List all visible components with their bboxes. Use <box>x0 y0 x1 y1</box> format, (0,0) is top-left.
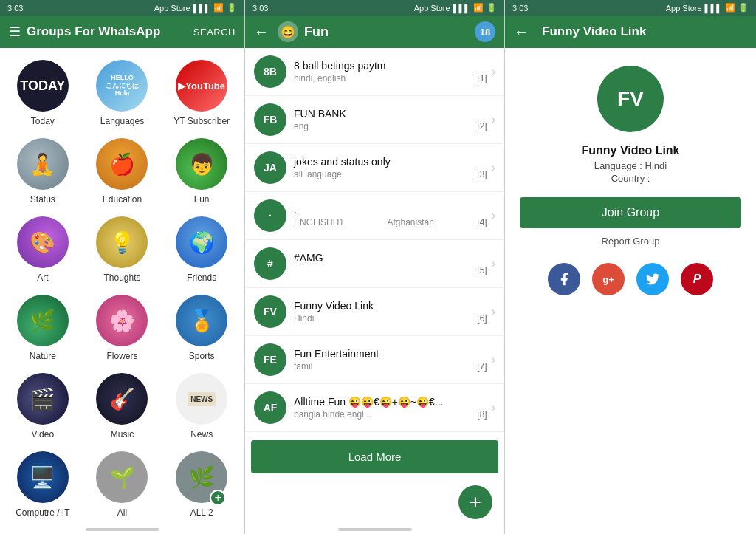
grid-label-flowers: Flowers <box>106 351 137 361</box>
grid-label-music: Music <box>111 429 134 439</box>
group-item-6[interactable]: FE Fun Entertainment tamil [7] › <box>245 336 504 384</box>
grid-item-friends[interactable]: 🌍 Friends <box>162 210 241 289</box>
lang-text: HELLOこんにちはHola <box>103 71 142 100</box>
time-1: 3:03 <box>7 4 23 13</box>
group-location-3: Afghanistan <box>387 217 433 227</box>
grid-item-music[interactable]: 🎸 Music <box>83 367 162 445</box>
group-name-1: FUN BANK <box>294 108 487 120</box>
chevron-5: › <box>492 305 495 318</box>
pinterest-icon[interactable]: P <box>681 263 713 295</box>
group-lang-3: ENGLISHH1 <box>294 217 344 227</box>
status-bar-2: 3:03 App Store ▌▌▌ 📶 🔋 <box>245 0 504 16</box>
group-info-2: jokes and status only all language [3] <box>294 156 487 179</box>
grid-item-video[interactable]: 🎬 Video <box>3 367 83 445</box>
group-item-1[interactable]: FB FUN BANK eng [2] › <box>245 96 504 144</box>
grid-item-art[interactable]: 🎨 Art <box>3 210 83 289</box>
fab-button-2[interactable]: + <box>458 485 492 519</box>
header-2: ← 😄 Fun 18 <box>245 16 504 48</box>
group-info-7: Alltime Fun 😜😜€😜+😜~😜€... bangla hinde en… <box>294 396 487 420</box>
grid-item-all2[interactable]: 🌿 + ALL 2 <box>162 445 241 524</box>
group-num-2: [3] <box>477 169 487 179</box>
group-lang-2: all language <box>294 169 342 179</box>
report-group-button[interactable]: Report Group <box>602 231 660 251</box>
group-lang-7: bangla hinde engl... <box>294 409 371 420</box>
group-name-0: 8 ball betings paytm <box>294 60 487 72</box>
grid-item-sports[interactable]: 🏅 Sports <box>162 289 241 367</box>
group-name-6: Fun Entertainment <box>294 348 487 360</box>
detail-language: Language : Hindi <box>594 160 667 171</box>
grid-item-computer[interactable]: 🖥️ Computre / IT <box>3 445 83 524</box>
chevron-2: › <box>492 161 495 174</box>
group-item-4[interactable]: # #AMG [5] › <box>245 240 504 288</box>
group-info-6: Fun Entertainment tamil [7] <box>294 348 487 372</box>
grid-item-today[interactable]: TODAY Today <box>3 54 83 132</box>
group-info-4: #AMG [5] <box>294 252 487 275</box>
wifi-icon-2: 📶 <box>473 3 484 13</box>
grid-label-computer: Computre / IT <box>16 507 69 518</box>
grid-item-thoughts[interactable]: 💡 Thoughts <box>83 210 162 289</box>
group-item-2[interactable]: JA jokes and status only all language [3… <box>245 144 504 192</box>
group-info-1: FUN BANK eng [2] <box>294 108 487 131</box>
circle-fun: 👦 <box>176 138 227 190</box>
group-avatar-3: · <box>254 199 286 232</box>
header-left-1: ☰ Groups For WhatsApp <box>9 24 160 40</box>
circle-yt: ▶YouTube <box>176 60 227 112</box>
group-item-5[interactable]: FV Funny Video Link Hindi [6] › <box>245 288 504 336</box>
store-label-2: App Store <box>414 4 450 13</box>
detail-content: FV Funny Video Link Language : Hindi Cou… <box>505 48 756 307</box>
grid-item-nature[interactable]: 🌿 Nature <box>3 289 83 367</box>
header-left-2: ← 😄 Fun <box>254 21 329 42</box>
circle-status: 🧘 <box>17 138 69 190</box>
grid-item-news[interactable]: NEWS News <box>162 367 241 445</box>
circle-music: 🎸 <box>96 373 148 425</box>
facebook-icon[interactable] <box>548 263 580 295</box>
battery-icon-3: 🔋 <box>738 3 749 13</box>
group-sub-6: tamil [7] <box>294 361 487 372</box>
group-item-3[interactable]: · . ENGLISHH1 Afghanistan [4] › <box>245 192 504 240</box>
gp-text: g+ <box>602 274 614 285</box>
grid-item-yt[interactable]: ▶YouTube YT Subscriber <box>162 54 241 132</box>
grid-label-education: Education <box>103 194 142 205</box>
group-avatar-0: 8B <box>254 55 286 88</box>
group-info-3: . ENGLISHH1 Afghanistan [4] <box>294 204 487 227</box>
back-icon-3[interactable]: ← <box>514 24 529 41</box>
twitter-icon[interactable] <box>636 263 669 295</box>
detail-avatar: FV <box>597 66 664 132</box>
googleplus-icon[interactable]: g+ <box>592 263 625 295</box>
grid-item-status[interactable]: 🧘 Status <box>3 132 83 210</box>
bottom-bar-2 <box>338 528 412 531</box>
signal-icon-1: ▌▌▌ <box>193 4 210 13</box>
signal-icon-2: ▌▌▌ <box>453 4 470 13</box>
thoughts-emoji: 💡 <box>109 230 135 255</box>
group-avatar-5: FV <box>254 295 286 328</box>
menu-icon[interactable]: ☰ <box>9 24 21 40</box>
yt-text: ▶YouTube <box>178 81 225 92</box>
all2-emoji: 🌿 <box>189 465 215 490</box>
join-group-button[interactable]: Join Group <box>520 197 741 228</box>
pi-text: P <box>693 273 701 286</box>
grid-label-news: News <box>190 429 213 439</box>
back-icon-2[interactable]: ← <box>254 24 269 41</box>
group-lang-0: hindi, english <box>294 73 346 83</box>
grid-item-fun[interactable]: 👦 Fun <box>162 132 241 210</box>
grid-label-fun: Fun <box>194 194 210 205</box>
group-lang-1: eng <box>294 121 309 131</box>
circle-video: 🎬 <box>17 373 69 425</box>
group-item-7[interactable]: AF Alltime Fun 😜😜€😜+😜~😜€... bangla hinde… <box>245 384 504 432</box>
nature-emoji: 🌿 <box>30 309 55 333</box>
load-more-button[interactable]: Load More <box>251 440 498 473</box>
circle-today: TODAY <box>17 60 69 112</box>
grid-item-flowers[interactable]: 🌸 Flowers <box>83 289 162 367</box>
grid-item-languages[interactable]: HELLOこんにちはHola Languages <box>83 54 162 132</box>
grid-item-education[interactable]: 🍎 Education <box>83 132 162 210</box>
grid-label-art: Art <box>37 273 48 283</box>
group-item-8[interactable]: 4V 4Fan Video s Hindi [9] › <box>245 432 504 434</box>
group-name-5: Funny Video Link <box>294 300 487 312</box>
group-avatar-1: FB <box>254 103 286 136</box>
group-avatar-2: JA <box>254 151 286 184</box>
group-item-0[interactable]: 8B 8 ball betings paytm hindi, english [… <box>245 48 504 96</box>
grid-item-all[interactable]: 🌱 All <box>83 445 162 524</box>
panel2-footer: + <box>245 479 504 525</box>
search-button[interactable]: SEARCH <box>193 27 236 38</box>
panel-groups-home: 3:03 App Store ▌▌▌ 📶 🔋 ☰ Groups For What… <box>0 0 245 534</box>
